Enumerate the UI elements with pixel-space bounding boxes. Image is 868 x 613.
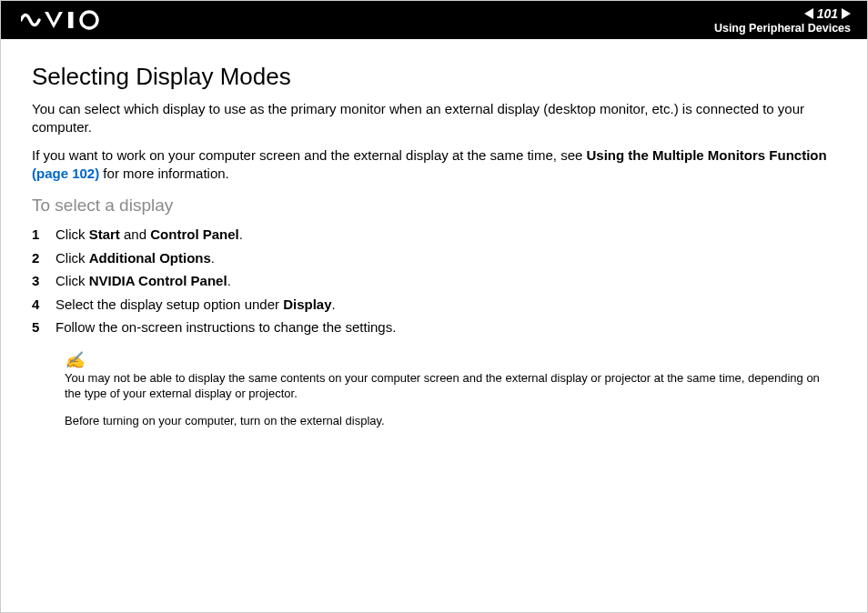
page-number: 101 <box>815 6 840 21</box>
page-title: Selecting Display Modes <box>32 63 836 91</box>
step-text: Select the display setup option under Di… <box>56 293 336 317</box>
step-number: 2 <box>32 246 56 270</box>
prev-page-arrow-icon[interactable] <box>804 8 813 19</box>
step-number: 4 <box>32 293 56 317</box>
page-link-102[interactable]: (page 102) <box>32 166 99 181</box>
svg-marker-0 <box>45 12 63 28</box>
section-label: Using Peripheral Devices <box>714 22 851 35</box>
step-text: Follow the on-screen instructions to cha… <box>56 316 396 339</box>
step-row: 4 Select the display setup option under … <box>32 293 836 317</box>
page-nav: 101 <box>804 6 851 21</box>
header-bar: 101 Using Peripheral Devices <box>1 1 867 39</box>
vaio-logo <box>21 10 108 30</box>
step-text: Click Start and Control Panel. <box>56 223 243 246</box>
step-row: 1 Click Start and Control Panel. <box>32 223 836 246</box>
step-number: 1 <box>32 223 56 246</box>
next-page-arrow-icon[interactable] <box>842 8 851 19</box>
header-right: 101 Using Peripheral Devices <box>714 6 851 35</box>
intro-paragraph-2: If you want to work on your computer scr… <box>32 146 836 184</box>
step-row: 2 Click Additional Options. <box>32 246 836 270</box>
content-area: Selecting Display Modes You can select w… <box>1 39 867 428</box>
step-row: 3 Click NVIDIA Control Panel. <box>32 269 836 293</box>
intro2-text-d: for more information. <box>99 166 229 181</box>
subheading: To select a display <box>32 196 836 216</box>
step-number: 3 <box>32 269 56 293</box>
intro2-text-a: If you want to work on your computer scr… <box>32 147 586 163</box>
svg-rect-1 <box>68 12 74 28</box>
steps-list: 1 Click Start and Control Panel. 2 Click… <box>32 223 836 339</box>
step-number: 5 <box>32 316 56 339</box>
step-text: Click NVIDIA Control Panel. <box>56 269 231 293</box>
note-2: Before turning on your computer, turn on… <box>65 413 836 429</box>
intro-paragraph-1: You can select which display to use as t… <box>32 100 836 137</box>
step-row: 5 Follow the on-screen instructions to c… <box>32 316 836 339</box>
note-icon: ✍ <box>65 350 836 370</box>
note-1: You may not be able to display the same … <box>65 370 836 402</box>
step-text: Click Additional Options. <box>56 246 215 270</box>
notes-block: ✍ You may not be able to display the sam… <box>65 350 836 429</box>
svg-point-2 <box>81 12 97 28</box>
